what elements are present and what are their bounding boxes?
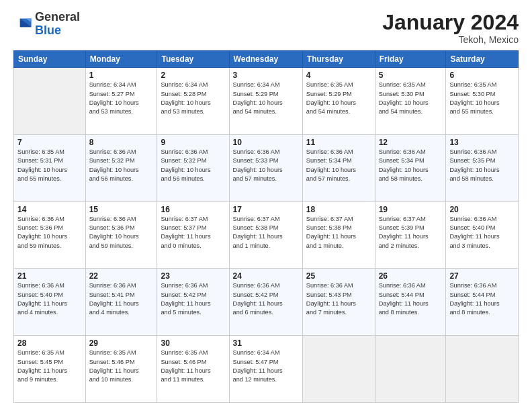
day-info: Sunrise: 6:37 AMSunset: 5:37 PMDaylight:… <box>161 215 225 250</box>
day-number: 5 <box>379 71 443 80</box>
calendar-cell: 18Sunrise: 6:37 AMSunset: 5:38 PMDayligh… <box>302 201 375 269</box>
day-number: 19 <box>379 205 443 214</box>
day-info: Sunrise: 6:35 AMSunset: 5:45 PMDaylight:… <box>17 349 82 384</box>
day-info: Sunrise: 6:36 AMSunset: 5:32 PMDaylight:… <box>89 148 154 183</box>
day-info: Sunrise: 6:36 AMSunset: 5:42 PMDaylight:… <box>233 281 299 317</box>
calendar-cell: 13Sunrise: 6:36 AMSunset: 5:35 PMDayligh… <box>446 134 519 201</box>
logo-general: General <box>35 10 80 24</box>
day-number: 31 <box>233 338 299 348</box>
day-number: 15 <box>89 205 154 214</box>
day-header-friday: Friday <box>375 51 446 68</box>
day-number: 27 <box>449 271 515 281</box>
calendar-cell: 21Sunrise: 6:36 AMSunset: 5:40 PMDayligh… <box>14 269 86 336</box>
day-number: 7 <box>17 138 82 147</box>
day-info: Sunrise: 6:36 AMSunset: 5:35 PMDaylight:… <box>449 148 515 183</box>
day-number: 25 <box>306 271 371 281</box>
day-info: Sunrise: 6:35 AMSunset: 5:29 PMDaylight:… <box>306 81 371 116</box>
logo: General Blue <box>13 11 80 38</box>
calendar-cell: 3Sunrise: 6:34 AMSunset: 5:29 PMDaylight… <box>229 68 302 135</box>
day-header-saturday: Saturday <box>446 51 519 68</box>
day-info: Sunrise: 6:36 AMSunset: 5:44 PMDaylight:… <box>379 281 443 317</box>
calendar-cell: 6Sunrise: 6:35 AMSunset: 5:30 PMDaylight… <box>446 68 519 135</box>
calendar-cell: 24Sunrise: 6:36 AMSunset: 5:42 PMDayligh… <box>229 269 302 336</box>
calendar-cell: 26Sunrise: 6:36 AMSunset: 5:44 PMDayligh… <box>375 269 446 336</box>
calendar-week-2: 7Sunrise: 6:35 AMSunset: 5:31 PMDaylight… <box>14 134 519 201</box>
day-info: Sunrise: 6:36 AMSunset: 5:36 PMDaylight:… <box>89 215 154 250</box>
calendar-cell <box>375 336 446 403</box>
calendar-cell <box>14 68 86 135</box>
calendar-cell: 7Sunrise: 6:35 AMSunset: 5:31 PMDaylight… <box>14 134 86 201</box>
day-info: Sunrise: 6:37 AMSunset: 5:38 PMDaylight:… <box>233 215 299 250</box>
calendar-cell: 14Sunrise: 6:36 AMSunset: 5:36 PMDayligh… <box>14 201 86 269</box>
calendar-cell: 23Sunrise: 6:36 AMSunset: 5:42 PMDayligh… <box>157 269 229 336</box>
day-number: 13 <box>449 138 515 147</box>
calendar-cell <box>446 336 519 403</box>
day-number: 1 <box>89 71 154 80</box>
calendar-cell: 5Sunrise: 6:35 AMSunset: 5:30 PMDaylight… <box>375 68 446 135</box>
day-number: 12 <box>379 138 443 147</box>
logo-text: General Blue <box>35 11 80 38</box>
calendar-cell: 12Sunrise: 6:36 AMSunset: 5:34 PMDayligh… <box>375 134 446 201</box>
day-info: Sunrise: 6:36 AMSunset: 5:41 PMDaylight:… <box>89 281 154 317</box>
day-number: 10 <box>233 138 299 147</box>
day-info: Sunrise: 6:35 AMSunset: 5:31 PMDaylight:… <box>17 148 82 183</box>
calendar-cell: 4Sunrise: 6:35 AMSunset: 5:29 PMDaylight… <box>302 68 375 135</box>
day-header-monday: Monday <box>85 51 157 68</box>
calendar-week-3: 14Sunrise: 6:36 AMSunset: 5:36 PMDayligh… <box>14 201 519 269</box>
calendar-week-5: 28Sunrise: 6:35 AMSunset: 5:45 PMDayligh… <box>14 336 519 403</box>
day-info: Sunrise: 6:34 AMSunset: 5:27 PMDaylight:… <box>89 81 154 116</box>
day-info: Sunrise: 6:36 AMSunset: 5:34 PMDaylight:… <box>306 148 371 183</box>
calendar-cell: 31Sunrise: 6:34 AMSunset: 5:47 PMDayligh… <box>229 336 302 403</box>
day-number: 29 <box>89 338 154 348</box>
calendar-week-4: 21Sunrise: 6:36 AMSunset: 5:40 PMDayligh… <box>14 269 519 336</box>
day-number: 18 <box>306 205 371 214</box>
calendar-cell: 9Sunrise: 6:36 AMSunset: 5:32 PMDaylight… <box>157 134 229 201</box>
calendar-cell: 30Sunrise: 6:35 AMSunset: 5:46 PMDayligh… <box>157 336 229 403</box>
subtitle: Tekoh, Mexico <box>382 34 519 45</box>
day-number: 28 <box>17 338 82 348</box>
logo-blue: Blue <box>35 24 61 37</box>
day-number: 21 <box>17 271 82 281</box>
day-number: 4 <box>306 71 371 80</box>
day-info: Sunrise: 6:37 AMSunset: 5:39 PMDaylight:… <box>379 215 443 250</box>
day-info: Sunrise: 6:34 AMSunset: 5:28 PMDaylight:… <box>161 81 225 116</box>
day-info: Sunrise: 6:36 AMSunset: 5:34 PMDaylight:… <box>379 148 443 183</box>
calendar-header-row: SundayMondayTuesdayWednesdayThursdayFrid… <box>14 51 519 68</box>
day-info: Sunrise: 6:35 AMSunset: 5:30 PMDaylight:… <box>379 81 443 116</box>
calendar-cell: 11Sunrise: 6:36 AMSunset: 5:34 PMDayligh… <box>302 134 375 201</box>
day-info: Sunrise: 6:36 AMSunset: 5:44 PMDaylight:… <box>449 281 515 317</box>
calendar-cell: 1Sunrise: 6:34 AMSunset: 5:27 PMDaylight… <box>85 68 157 135</box>
calendar-cell <box>302 336 375 403</box>
day-info: Sunrise: 6:35 AMSunset: 5:46 PMDaylight:… <box>161 349 225 384</box>
page: General Blue January 2024 Tekoh, Mexico … <box>0 0 532 411</box>
day-info: Sunrise: 6:34 AMSunset: 5:47 PMDaylight:… <box>233 349 299 384</box>
header: General Blue January 2024 Tekoh, Mexico <box>13 11 519 45</box>
day-info: Sunrise: 6:36 AMSunset: 5:42 PMDaylight:… <box>161 281 225 317</box>
calendar-cell: 29Sunrise: 6:35 AMSunset: 5:46 PMDayligh… <box>85 336 157 403</box>
day-info: Sunrise: 6:34 AMSunset: 5:29 PMDaylight:… <box>233 81 299 116</box>
calendar-cell: 20Sunrise: 6:36 AMSunset: 5:40 PMDayligh… <box>446 201 519 269</box>
day-info: Sunrise: 6:36 AMSunset: 5:40 PMDaylight:… <box>449 215 515 250</box>
calendar-cell: 17Sunrise: 6:37 AMSunset: 5:38 PMDayligh… <box>229 201 302 269</box>
day-info: Sunrise: 6:36 AMSunset: 5:32 PMDaylight:… <box>161 148 225 183</box>
calendar-cell: 10Sunrise: 6:36 AMSunset: 5:33 PMDayligh… <box>229 134 302 201</box>
calendar-cell: 19Sunrise: 6:37 AMSunset: 5:39 PMDayligh… <box>375 201 446 269</box>
day-info: Sunrise: 6:36 AMSunset: 5:40 PMDaylight:… <box>17 281 82 317</box>
logo-icon <box>13 15 32 34</box>
day-info: Sunrise: 6:36 AMSunset: 5:33 PMDaylight:… <box>233 148 299 183</box>
calendar-cell: 15Sunrise: 6:36 AMSunset: 5:36 PMDayligh… <box>85 201 157 269</box>
day-number: 3 <box>233 71 299 80</box>
calendar-cell: 22Sunrise: 6:36 AMSunset: 5:41 PMDayligh… <box>85 269 157 336</box>
month-title: January 2024 <box>382 11 519 34</box>
day-info: Sunrise: 6:36 AMSunset: 5:36 PMDaylight:… <box>17 215 82 250</box>
day-number: 11 <box>306 138 371 147</box>
calendar-cell: 16Sunrise: 6:37 AMSunset: 5:37 PMDayligh… <box>157 201 229 269</box>
day-info: Sunrise: 6:35 AMSunset: 5:30 PMDaylight:… <box>449 81 515 116</box>
day-number: 17 <box>233 205 299 214</box>
title-block: January 2024 Tekoh, Mexico <box>382 11 519 45</box>
day-number: 14 <box>17 205 82 214</box>
calendar-cell: 28Sunrise: 6:35 AMSunset: 5:45 PMDayligh… <box>14 336 86 403</box>
day-info: Sunrise: 6:35 AMSunset: 5:46 PMDaylight:… <box>89 349 154 384</box>
day-info: Sunrise: 6:36 AMSunset: 5:43 PMDaylight:… <box>306 281 371 317</box>
day-header-wednesday: Wednesday <box>229 51 302 68</box>
